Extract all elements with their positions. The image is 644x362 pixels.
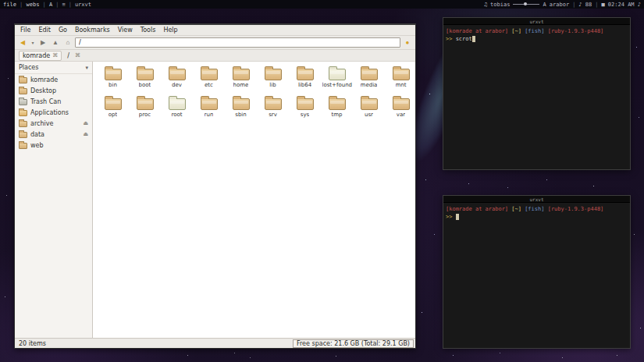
folder-sys[interactable]: sys: [290, 95, 320, 118]
input-segment: >>: [446, 214, 456, 220]
folder-icon: [19, 121, 27, 127]
terminal-window-1: urxvt [komrade at arabor] [~] [fish] [ru…: [443, 17, 631, 170]
folder-name: boot: [139, 82, 151, 88]
terminal-titlebar[interactable]: urxvt: [443, 18, 630, 25]
volume-slider-knob[interactable]: [524, 2, 527, 5]
folder-name: mnt: [396, 82, 407, 88]
folder-icon: [329, 98, 346, 110]
back-history-dropdown[interactable]: ▾: [30, 37, 36, 48]
menu-help[interactable]: Help: [159, 25, 181, 35]
folder-icon: [105, 69, 122, 80]
topbar-tags[interactable]: file | webs | A: [3, 2, 52, 8]
folder-grid: bin boot dev etc home lib lib64 lost+fou…: [98, 66, 411, 118]
places-header[interactable]: Places ▾: [15, 62, 92, 74]
folder-sbin[interactable]: sbin: [226, 95, 256, 118]
forward-button[interactable]: ▶: [37, 37, 48, 48]
place-item-desktop[interactable]: Desktop: [15, 85, 92, 96]
folder-lost+found[interactable]: lost+found: [322, 66, 352, 88]
folder-icon: [361, 98, 378, 110]
folder-boot[interactable]: boot: [130, 66, 160, 88]
folder-media[interactable]: media: [354, 66, 384, 88]
folder-icon: [19, 88, 27, 94]
place-item-archive[interactable]: archive ⏏: [15, 118, 92, 129]
folder-bin[interactable]: bin: [98, 66, 128, 88]
folder-icon: [297, 98, 314, 110]
place-item-trash-can[interactable]: Trash Can: [15, 96, 92, 107]
place-item-data[interactable]: data ⏏: [15, 129, 92, 140]
menu-bar: FileEditGoBookmarksViewToolsHelp: [15, 25, 415, 36]
places-list: komrade Desktop Trash Can Applications a…: [15, 74, 92, 151]
path-root-button[interactable]: /: [65, 52, 72, 59]
folder-name: sbin: [235, 112, 246, 118]
eject-icon[interactable]: ⏏: [83, 131, 88, 137]
folder-proc[interactable]: proc: [130, 95, 160, 118]
topbar-battery: ♪ 88: [578, 2, 592, 8]
path-input[interactable]: [75, 37, 400, 48]
menu-tools[interactable]: Tools: [137, 25, 160, 35]
folder-icon: [137, 98, 154, 110]
terminal-titlebar[interactable]: urxvt: [443, 196, 630, 203]
folder-icon: [393, 69, 410, 80]
folder-dev[interactable]: dev: [162, 66, 192, 88]
workspace-tag[interactable]: file: [3, 2, 16, 8]
folder-srv[interactable]: srv: [258, 95, 288, 118]
place-label: web: [30, 142, 85, 149]
folder-name: sys: [301, 112, 309, 118]
top-status-bar: file | webs | A | ≡ | urxvt ♫ tobias A a…: [0, 0, 644, 9]
go-button[interactable]: ●: [402, 37, 413, 48]
folder-usr[interactable]: usr: [354, 95, 384, 118]
layout-icon[interactable]: ≡: [62, 2, 65, 8]
tab-komrade[interactable]: komrade ⌘: [19, 51, 62, 61]
place-label: Applications: [30, 109, 85, 116]
menu-edit[interactable]: Edit: [34, 25, 55, 35]
place-label: data: [30, 131, 80, 138]
terminal-cursor: [456, 214, 459, 220]
folder-name: tmp: [331, 112, 342, 118]
fm-status-bar: 20 items Free space: 21.6 GB (Total: 29.…: [15, 338, 415, 348]
folder-mnt[interactable]: mnt: [386, 66, 415, 88]
folder-view[interactable]: bin boot dev etc home lib lib64 lost+fou…: [93, 62, 415, 338]
place-item-applications[interactable]: Applications: [15, 107, 92, 118]
back-button[interactable]: ◀: [17, 37, 28, 48]
topbar-clock: ■ 02:24 AM ♪: [601, 2, 641, 8]
menu-view[interactable]: View: [114, 25, 137, 35]
terminal-body[interactable]: [komrade at arabor] [~] [fish] [ruby-1.9…: [443, 25, 630, 169]
menu-bookmarks[interactable]: Bookmarks: [71, 25, 114, 35]
folder-root[interactable]: root: [162, 95, 192, 118]
folder-icon: [233, 98, 250, 110]
folder-tmp[interactable]: tmp: [322, 95, 352, 118]
workspace-tag[interactable]: webs: [27, 2, 40, 8]
new-tab-icon[interactable]: ⌘: [75, 52, 80, 59]
prompt-segment: [ruby-1.9.3-p448]: [544, 28, 603, 34]
place-item-web[interactable]: web: [15, 140, 92, 151]
folder-opt[interactable]: opt: [98, 95, 128, 118]
folder-icon: [265, 98, 282, 110]
folder-lib[interactable]: lib: [258, 66, 288, 88]
workspace-tag[interactable]: A: [49, 2, 52, 8]
menu-go[interactable]: Go: [55, 25, 71, 35]
terminal-input-line: >>: [446, 213, 628, 221]
topbar-right: ♫ tobias A arabor | ♪ 88 | ■ 02:24 AM ♪: [484, 2, 641, 8]
eject-icon[interactable]: ⏏: [83, 120, 88, 126]
topbar-user: tobias: [490, 2, 510, 8]
folder-name: media: [361, 82, 378, 88]
folder-icon: [201, 69, 218, 80]
folder-name: lost+found: [322, 82, 352, 88]
volume-slider[interactable]: [513, 4, 539, 5]
folder-home[interactable]: home: [226, 66, 256, 88]
separator: |: [595, 2, 598, 8]
place-item-komrade[interactable]: komrade: [15, 74, 92, 85]
folder-run[interactable]: run: [194, 95, 224, 118]
folder-lib64[interactable]: lib64: [290, 66, 320, 88]
folder-name: lib: [269, 82, 276, 88]
terminal-body[interactable]: [komrade at arabor] [~] [fish] [ruby-1.9…: [443, 203, 630, 348]
folder-var[interactable]: var: [386, 95, 415, 118]
chevron-down-icon[interactable]: ▾: [85, 65, 88, 71]
places-title: Places: [19, 64, 38, 71]
up-button[interactable]: ▲: [50, 37, 61, 48]
file-manager-window: FileEditGoBookmarksViewToolsHelp ◀ ▾ ▶ ▲…: [14, 23, 416, 349]
home-button[interactable]: ⌂: [62, 37, 73, 48]
folder-etc[interactable]: etc: [194, 66, 224, 88]
menu-file[interactable]: File: [16, 25, 34, 35]
folder-icon: [105, 98, 122, 110]
